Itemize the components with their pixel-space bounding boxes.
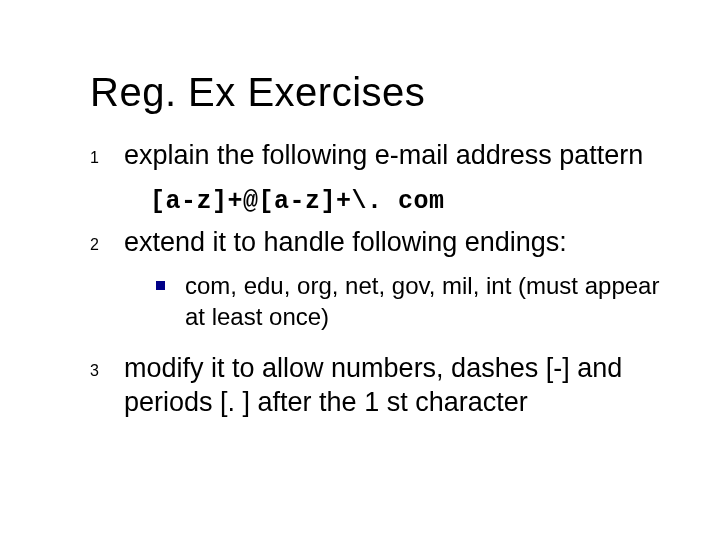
item-text: modify it to allow numbers, dashes [-] a…: [124, 352, 660, 420]
item-text: explain the following e-mail address pat…: [124, 139, 660, 173]
ordered-list: 1 explain the following e-mail address p…: [90, 139, 660, 419]
slide: Reg. Ex Exercises 1 explain the followin…: [0, 0, 720, 540]
regex-code: [a-z]+@[a-z]+\. com: [150, 187, 660, 216]
sub-item-text: com, edu, org, net, gov, mil, int (must …: [185, 270, 660, 332]
square-bullet-icon: [156, 281, 165, 290]
item-text: extend it to handle following endings: c…: [124, 226, 660, 338]
sub-list: com, edu, org, net, gov, mil, int (must …: [124, 270, 660, 332]
list-item: 2 extend it to handle following endings:…: [90, 226, 660, 338]
item-number: 1: [90, 139, 124, 167]
item-number: 2: [90, 226, 124, 254]
item-number: 3: [90, 352, 124, 380]
list-item: 1 explain the following e-mail address p…: [90, 139, 660, 173]
sub-list-item: com, edu, org, net, gov, mil, int (must …: [156, 270, 660, 332]
item-text-inner: extend it to handle following endings:: [124, 227, 567, 257]
list-item: 3 modify it to allow numbers, dashes [-]…: [90, 352, 660, 420]
slide-title: Reg. Ex Exercises: [90, 70, 660, 115]
